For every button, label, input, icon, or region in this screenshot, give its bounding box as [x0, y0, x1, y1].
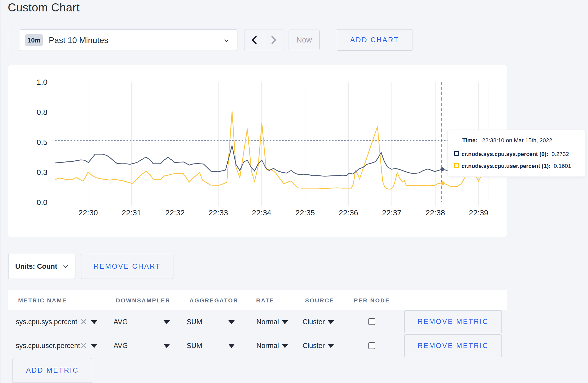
svg-text:0.3: 0.3: [37, 168, 47, 176]
svg-text:22:37: 22:37: [382, 208, 401, 217]
svg-text:0.0: 0.0: [37, 198, 47, 207]
svg-text:1.0: 1.0: [37, 78, 47, 86]
svg-text:22:39: 22:39: [469, 208, 488, 217]
svg-text:22:33: 22:33: [208, 208, 228, 217]
svg-text:22:30: 22:30: [78, 208, 98, 217]
svg-text:0.5: 0.5: [37, 138, 47, 146]
svg-text:22:36: 22:36: [339, 208, 358, 217]
svg-text:0.8: 0.8: [37, 108, 47, 116]
svg-text:22:31: 22:31: [122, 208, 141, 217]
svg-text:22:38: 22:38: [425, 208, 445, 217]
svg-text:22:35: 22:35: [295, 208, 315, 217]
svg-text:22:32: 22:32: [165, 208, 185, 217]
svg-text:22:34: 22:34: [252, 208, 271, 217]
